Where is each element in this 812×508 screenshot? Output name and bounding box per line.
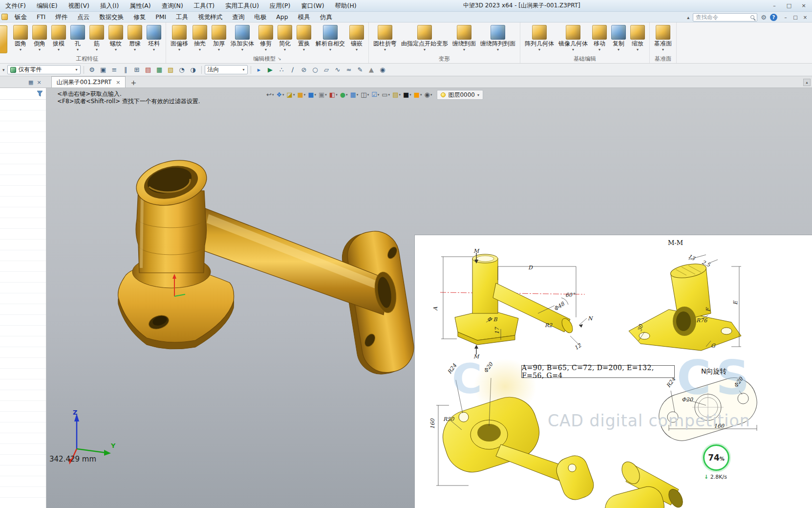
- ribbon-tab-repair[interactable]: 修复: [128, 12, 150, 22]
- menu-utilities[interactable]: 实用工具(U): [220, 0, 264, 11]
- ribbon-button-hole[interactable]: 孔 ▾: [68, 24, 87, 53]
- tool-polygon-tool[interactable]: ▱: [321, 65, 332, 75]
- tool-circle-tool[interactable]: ○: [310, 65, 321, 75]
- ribbon-button-thicken[interactable]: 加厚 ▾: [210, 24, 228, 53]
- ribbon-button-wrap-pattern-to-face[interactable]: 缠绕阵列到面 ▾: [478, 24, 517, 53]
- ribbon-button-face-offset[interactable]: 面偏移 ▾: [169, 24, 190, 53]
- document-tab[interactable]: 山涧果子001.Z3PRT ×: [51, 76, 126, 88]
- view-tool-view-cube-gold[interactable]: ■ ▾: [297, 91, 305, 99]
- ribbon-tab-fti[interactable]: FTI: [32, 12, 50, 22]
- new-tab-button[interactable]: +: [130, 79, 136, 86]
- 3d-model-part[interactable]: [95, 146, 437, 390]
- tool-history-clock[interactable]: ◔: [177, 65, 187, 75]
- command-search-input[interactable]: [696, 14, 749, 21]
- ribbon-tab-weldment[interactable]: 焊件: [50, 12, 72, 22]
- menu-help[interactable]: 帮助(H): [330, 0, 362, 11]
- view-tool-appearance-sphere[interactable]: ● ▾: [340, 91, 348, 99]
- ribbon-tab-app[interactable]: App: [271, 12, 293, 22]
- ribbon-button-copy[interactable]: 复制 ▾: [609, 24, 628, 53]
- ribbon-button-move[interactable]: 移动 ▾: [590, 24, 609, 53]
- filter-funnel-icon[interactable]: [37, 90, 43, 97]
- quick-access-icon[interactable]: [1, 14, 8, 20]
- help-icon[interactable]: ?: [770, 14, 777, 21]
- ribbon-button-trim[interactable]: 修剪 ▾: [256, 24, 275, 53]
- part-filter-combo[interactable]: 仅有零件 ▾: [7, 65, 81, 74]
- ribbon-tab-simulation[interactable]: 仿真: [315, 12, 337, 22]
- ribbon-button-pattern-geometry[interactable]: 阵列几何体 ▾: [523, 24, 556, 53]
- ribbon-button-scale[interactable]: 缩放 ▾: [628, 24, 647, 53]
- dialog-launcher-icon[interactable]: ↘: [278, 56, 281, 61]
- tool-table-red[interactable]: ▤: [143, 65, 153, 75]
- tool-display-half[interactable]: ◑: [188, 65, 198, 75]
- ribbon-tab-inquire[interactable]: 查询: [227, 12, 249, 22]
- ribbon-button-lip[interactable]: 唇缘 ▾: [126, 24, 144, 53]
- tool-table-green[interactable]: ▦: [154, 65, 165, 75]
- window-control-close[interactable]: ×: [796, 0, 811, 11]
- menu-file[interactable]: 文件(F): [0, 0, 31, 11]
- tool-line-tool[interactable]: ∕: [288, 65, 298, 75]
- manager-tree-rows[interactable]: [0, 100, 46, 508]
- ribbon-tab-point-cloud[interactable]: 点云: [72, 12, 94, 22]
- ribbon-button-mirror-geometry[interactable]: 镜像几何体 ▾: [556, 24, 590, 53]
- view-tool-view-previous[interactable]: ↩ ▾: [266, 91, 274, 99]
- tool-spline-tool[interactable]: ≈: [344, 65, 354, 75]
- command-search[interactable]: [693, 13, 757, 22]
- toolbar-overflow-caret[interactable]: ▾: [1, 67, 6, 72]
- view-tool-shade-mode[interactable]: ◪ ▾: [287, 91, 295, 99]
- view-tool-view-cube-outline[interactable]: ▣ ▾: [319, 91, 327, 99]
- tool-visibility-tool[interactable]: ◉: [378, 65, 388, 75]
- ribbon-tab-sheet-metal[interactable]: 钣金: [10, 12, 32, 22]
- tab-close-icon[interactable]: ×: [116, 79, 120, 86]
- menu-tools[interactable]: 工具(T): [189, 0, 220, 11]
- viewport-3d[interactable]: <单击右键>获取点输入. <F8>或者<Shift-roll> 查找下一个有效的…: [46, 88, 812, 508]
- ribbon-tab-visual-style[interactable]: 视觉样式: [193, 12, 227, 22]
- ribbon-tab-mold[interactable]: 模具: [293, 12, 315, 22]
- ribbon-button-resolve-self-intersection[interactable]: 解析自相交 ▾: [314, 24, 347, 53]
- ribbon-tab-pmi[interactable]: PMI: [150, 12, 171, 22]
- tool-sheet-gold[interactable]: ▧: [166, 65, 176, 75]
- view-tool-visibility-check[interactable]: ☑ ▾: [371, 91, 379, 99]
- ribbon-button-add-shape[interactable]: 添加实体 ▾: [229, 24, 256, 53]
- tool-pick-arrow[interactable]: ▸: [254, 65, 264, 75]
- tool-align-vertical[interactable]: ∥: [121, 65, 131, 75]
- ribbon-collapse-icon[interactable]: ▴: [687, 15, 689, 20]
- tool-align-list[interactable]: ≡: [109, 65, 120, 75]
- ribbon-button-fillet[interactable]: 圆角 ▾: [11, 24, 30, 53]
- tool-curve-tool[interactable]: ∿: [333, 65, 343, 75]
- tool-arc-tool[interactable]: ⊘: [299, 65, 309, 75]
- view-tool-section-view[interactable]: ◫ ▾: [361, 91, 369, 99]
- view-tool-ruler[interactable]: ▭ ▾: [382, 91, 390, 99]
- tool-sketch-tool[interactable]: ✎: [355, 65, 365, 75]
- panel-close-icon[interactable]: ×: [37, 80, 41, 86]
- view-tool-grid-display[interactable]: ▦ ▾: [350, 91, 359, 99]
- window-control-maximize[interactable]: □: [782, 0, 796, 11]
- ribbon-tab-data-exchange[interactable]: 数据交换: [94, 12, 128, 22]
- ribbon-button-partial[interactable]: [0, 25, 7, 53]
- ribbon-tab-tools[interactable]: 工具: [171, 12, 193, 22]
- layer-combo[interactable]: 图层0000 ▾: [437, 90, 483, 100]
- doc-window-control-close[interactable]: ×: [800, 15, 810, 20]
- menu-window[interactable]: 窗口(W): [296, 0, 329, 11]
- menu-insert[interactable]: 插入(I): [95, 0, 124, 11]
- view-tool-attribute-table[interactable]: ▤ ▾: [392, 91, 401, 99]
- ribbon-button-simplify[interactable]: 简化 ▾: [276, 24, 294, 53]
- menu-applications[interactable]: 应用(P): [264, 0, 296, 11]
- ribbon-button-emboss[interactable]: 镶嵌 ▾: [347, 24, 366, 53]
- ribbon-button-draft[interactable]: 拔模 ▾: [49, 24, 68, 53]
- ribbon-button-datum-plane[interactable]: 基准面 ▾: [652, 24, 674, 53]
- tool-snap-grid[interactable]: ⊞: [132, 65, 142, 75]
- ribbon-tab-electrode[interactable]: 电极: [249, 12, 271, 22]
- panel-grid-icon[interactable]: ▦: [28, 80, 33, 86]
- tool-point-tool[interactable]: ∴: [277, 65, 287, 75]
- tool-plane-tool[interactable]: ▲: [366, 65, 377, 75]
- view-tool-view-manager[interactable]: ❖ ▾: [276, 91, 284, 99]
- view-tool-view-cube-blue[interactable]: ■ ▾: [308, 91, 316, 99]
- ribbon-button-replace[interactable]: 置换 ▾: [295, 24, 313, 53]
- ribbon-button-chamfer[interactable]: 倒角 ▾: [30, 24, 49, 53]
- ribbon-button-rib[interactable]: 筋 ▾: [87, 24, 106, 53]
- ribbon-button-shell[interactable]: 抽壳 ▾: [191, 24, 209, 53]
- view-tool-swatch-black[interactable]: ■ ▾: [403, 91, 411, 99]
- menu-view[interactable]: 视图(V): [63, 0, 95, 11]
- ribbon-button-cylindrical-bend[interactable]: 圆柱折弯 ▾: [371, 24, 399, 53]
- menu-edit[interactable]: 编辑(E): [31, 0, 63, 11]
